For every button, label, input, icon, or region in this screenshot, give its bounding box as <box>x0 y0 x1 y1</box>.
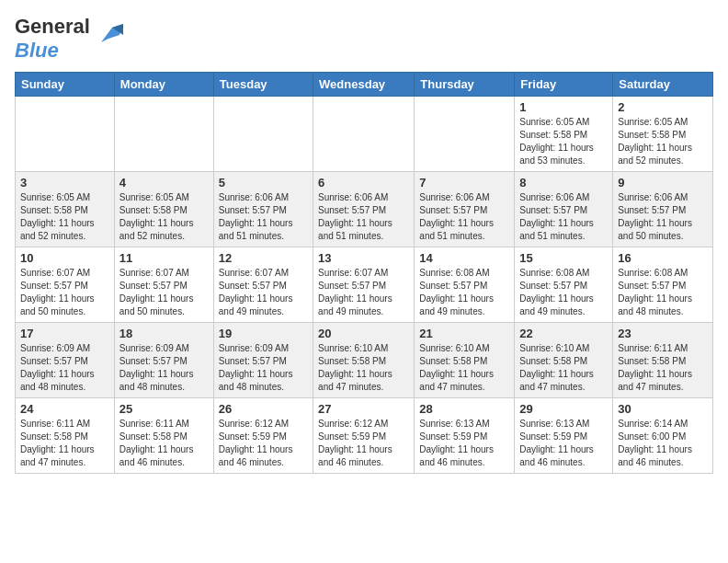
calendar-cell: 13Sunrise: 6:07 AM Sunset: 5:57 PM Dayli… <box>313 247 415 323</box>
day-info: Sunrise: 6:13 AM Sunset: 5:59 PM Dayligh… <box>419 418 509 469</box>
day-info: Sunrise: 6:14 AM Sunset: 6:00 PM Dayligh… <box>618 418 708 469</box>
calendar-cell: 10Sunrise: 6:07 AM Sunset: 5:57 PM Dayli… <box>16 247 115 323</box>
day-info: Sunrise: 6:09 AM Sunset: 5:57 PM Dayligh… <box>219 342 308 394</box>
calendar-cell: 4Sunrise: 6:05 AM Sunset: 5:58 PM Daylig… <box>114 172 213 247</box>
calendar-cell: 7Sunrise: 6:06 AM Sunset: 5:57 PM Daylig… <box>415 172 515 247</box>
calendar-cell: 6Sunrise: 6:06 AM Sunset: 5:57 PM Daylig… <box>313 172 415 247</box>
day-number: 14 <box>419 251 509 265</box>
day-info: Sunrise: 6:08 AM Sunset: 5:57 PM Dayligh… <box>519 267 608 318</box>
calendar-cell: 17Sunrise: 6:09 AM Sunset: 5:57 PM Dayli… <box>16 323 115 398</box>
day-info: Sunrise: 6:08 AM Sunset: 5:57 PM Dayligh… <box>618 267 708 318</box>
day-info: Sunrise: 6:07 AM Sunset: 5:57 PM Dayligh… <box>119 267 209 318</box>
day-number: 4 <box>119 176 209 190</box>
day-info: Sunrise: 6:08 AM Sunset: 5:57 PM Dayligh… <box>419 267 509 318</box>
day-info: Sunrise: 6:06 AM Sunset: 5:57 PM Dayligh… <box>219 191 308 243</box>
day-number: 18 <box>119 327 209 340</box>
logo-icon <box>94 20 123 50</box>
weekday-header-thursday: Thursday <box>415 73 515 97</box>
day-info: Sunrise: 6:06 AM Sunset: 5:57 PM Dayligh… <box>318 191 409 243</box>
weekday-header-row: SundayMondayTuesdayWednesdayThursdayFrid… <box>16 73 713 97</box>
week-row-4: 17Sunrise: 6:09 AM Sunset: 5:57 PM Dayli… <box>16 323 713 398</box>
calendar-cell: 11Sunrise: 6:07 AM Sunset: 5:57 PM Dayli… <box>114 247 213 323</box>
logo: General Blue <box>15 15 123 63</box>
calendar-cell: 25Sunrise: 6:11 AM Sunset: 5:58 PM Dayli… <box>114 398 213 474</box>
day-info: Sunrise: 6:12 AM Sunset: 5:59 PM Dayligh… <box>318 418 409 469</box>
day-info: Sunrise: 6:10 AM Sunset: 5:58 PM Dayligh… <box>419 342 509 394</box>
day-number: 2 <box>618 100 708 114</box>
calendar-cell: 26Sunrise: 6:12 AM Sunset: 5:59 PM Dayli… <box>213 398 313 474</box>
day-info: Sunrise: 6:05 AM Sunset: 5:58 PM Dayligh… <box>519 116 608 167</box>
weekday-header-saturday: Saturday <box>613 73 713 97</box>
day-number: 30 <box>618 402 708 416</box>
day-number: 5 <box>219 176 308 190</box>
week-row-2: 3Sunrise: 6:05 AM Sunset: 5:58 PM Daylig… <box>16 172 713 247</box>
week-row-3: 10Sunrise: 6:07 AM Sunset: 5:57 PM Dayli… <box>16 247 713 323</box>
day-info: Sunrise: 6:07 AM Sunset: 5:57 PM Dayligh… <box>219 267 308 318</box>
calendar-cell: 30Sunrise: 6:14 AM Sunset: 6:00 PM Dayli… <box>613 398 713 474</box>
logo-text: General Blue <box>15 15 90 63</box>
day-number: 7 <box>419 176 509 190</box>
day-number: 12 <box>219 251 308 265</box>
day-info: Sunrise: 6:10 AM Sunset: 5:58 PM Dayligh… <box>519 342 608 394</box>
day-info: Sunrise: 6:11 AM Sunset: 5:58 PM Dayligh… <box>20 418 109 469</box>
day-number: 28 <box>419 402 509 416</box>
day-number: 29 <box>519 402 608 416</box>
weekday-header-sunday: Sunday <box>16 73 115 97</box>
day-info: Sunrise: 6:05 AM Sunset: 5:58 PM Dayligh… <box>119 191 209 243</box>
day-info: Sunrise: 6:10 AM Sunset: 5:58 PM Dayligh… <box>318 342 409 394</box>
calendar-cell: 1Sunrise: 6:05 AM Sunset: 5:58 PM Daylig… <box>515 97 613 172</box>
calendar-cell: 24Sunrise: 6:11 AM Sunset: 5:58 PM Dayli… <box>16 398 115 474</box>
day-info: Sunrise: 6:07 AM Sunset: 5:57 PM Dayligh… <box>318 267 409 318</box>
day-number: 11 <box>119 251 209 265</box>
day-info: Sunrise: 6:11 AM Sunset: 5:58 PM Dayligh… <box>119 418 209 469</box>
day-info: Sunrise: 6:09 AM Sunset: 5:57 PM Dayligh… <box>20 342 109 394</box>
calendar-cell: 27Sunrise: 6:12 AM Sunset: 5:59 PM Dayli… <box>313 398 415 474</box>
calendar-cell: 12Sunrise: 6:07 AM Sunset: 5:57 PM Dayli… <box>213 247 313 323</box>
day-info: Sunrise: 6:12 AM Sunset: 5:59 PM Dayligh… <box>219 418 308 469</box>
day-number: 17 <box>20 327 109 340</box>
calendar-cell: 14Sunrise: 6:08 AM Sunset: 5:57 PM Dayli… <box>415 247 515 323</box>
day-info: Sunrise: 6:05 AM Sunset: 5:58 PM Dayligh… <box>618 116 708 167</box>
day-number: 23 <box>618 327 708 340</box>
weekday-header-tuesday: Tuesday <box>213 73 313 97</box>
day-number: 25 <box>119 402 209 416</box>
day-number: 10 <box>20 251 109 265</box>
day-number: 13 <box>318 251 409 265</box>
calendar-cell: 9Sunrise: 6:06 AM Sunset: 5:57 PM Daylig… <box>613 172 713 247</box>
day-info: Sunrise: 6:05 AM Sunset: 5:58 PM Dayligh… <box>20 191 109 243</box>
week-row-5: 24Sunrise: 6:11 AM Sunset: 5:58 PM Dayli… <box>16 398 713 474</box>
calendar-cell: 22Sunrise: 6:10 AM Sunset: 5:58 PM Dayli… <box>515 323 613 398</box>
day-info: Sunrise: 6:06 AM Sunset: 5:57 PM Dayligh… <box>519 191 608 243</box>
calendar-cell: 21Sunrise: 6:10 AM Sunset: 5:58 PM Dayli… <box>415 323 515 398</box>
calendar-cell <box>114 97 213 172</box>
calendar-cell: 8Sunrise: 6:06 AM Sunset: 5:57 PM Daylig… <box>515 172 613 247</box>
day-number: 3 <box>20 176 109 190</box>
day-info: Sunrise: 6:06 AM Sunset: 5:57 PM Dayligh… <box>618 191 708 243</box>
calendar-cell <box>213 97 313 172</box>
calendar-cell: 3Sunrise: 6:05 AM Sunset: 5:58 PM Daylig… <box>16 172 115 247</box>
day-number: 21 <box>419 327 509 340</box>
calendar-cell: 20Sunrise: 6:10 AM Sunset: 5:58 PM Dayli… <box>313 323 415 398</box>
day-number: 22 <box>519 327 608 340</box>
day-info: Sunrise: 6:09 AM Sunset: 5:57 PM Dayligh… <box>119 342 209 394</box>
day-number: 27 <box>318 402 409 416</box>
calendar-cell <box>415 97 515 172</box>
calendar-cell: 5Sunrise: 6:06 AM Sunset: 5:57 PM Daylig… <box>213 172 313 247</box>
calendar-cell: 18Sunrise: 6:09 AM Sunset: 5:57 PM Dayli… <box>114 323 213 398</box>
day-info: Sunrise: 6:07 AM Sunset: 5:57 PM Dayligh… <box>20 267 109 318</box>
day-number: 15 <box>519 251 608 265</box>
day-number: 20 <box>318 327 409 340</box>
day-number: 1 <box>519 100 608 114</box>
weekday-header-monday: Monday <box>114 73 213 97</box>
calendar-cell: 15Sunrise: 6:08 AM Sunset: 5:57 PM Dayli… <box>515 247 613 323</box>
day-info: Sunrise: 6:06 AM Sunset: 5:57 PM Dayligh… <box>419 191 509 243</box>
day-info: Sunrise: 6:13 AM Sunset: 5:59 PM Dayligh… <box>519 418 608 469</box>
day-info: Sunrise: 6:11 AM Sunset: 5:58 PM Dayligh… <box>618 342 708 394</box>
calendar-cell: 19Sunrise: 6:09 AM Sunset: 5:57 PM Dayli… <box>213 323 313 398</box>
calendar-cell <box>16 97 115 172</box>
weekday-header-wednesday: Wednesday <box>313 73 415 97</box>
week-row-1: 1Sunrise: 6:05 AM Sunset: 5:58 PM Daylig… <box>16 97 713 172</box>
calendar-cell: 16Sunrise: 6:08 AM Sunset: 5:57 PM Dayli… <box>613 247 713 323</box>
calendar-cell: 28Sunrise: 6:13 AM Sunset: 5:59 PM Dayli… <box>415 398 515 474</box>
day-number: 8 <box>519 176 608 190</box>
